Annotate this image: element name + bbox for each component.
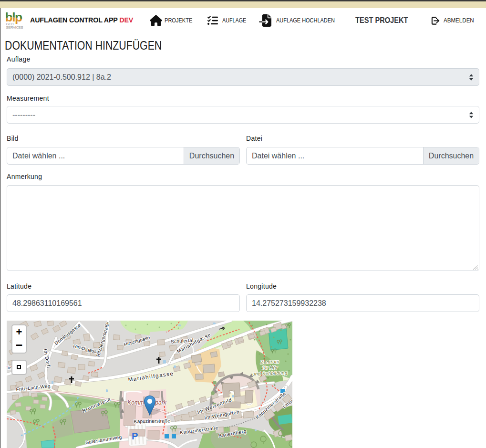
svg-text:Kapuzinerstraße: Kapuzinerstraße [134,418,171,424]
svg-text:SERVICES: SERVICES [6,25,23,29]
svg-text:P: P [132,431,138,441]
svg-text:Zentrum: Zentrum [260,359,279,365]
svg-text:für Hör: für Hör [262,365,278,370]
